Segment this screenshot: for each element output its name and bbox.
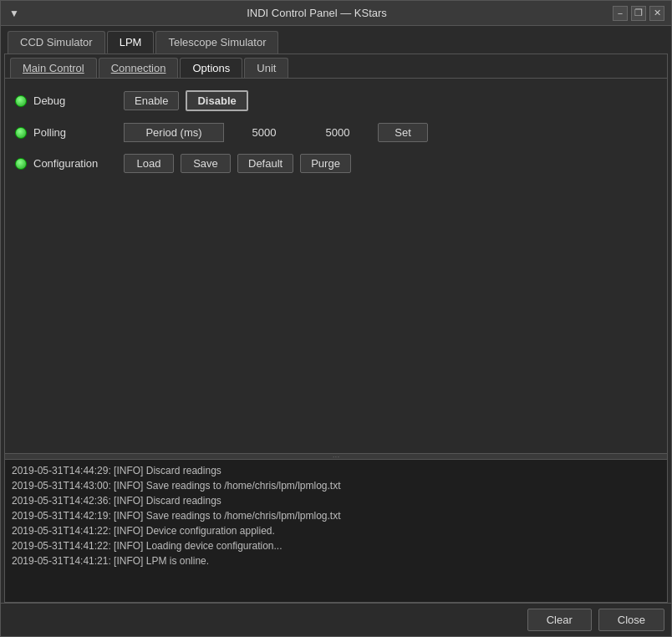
tab-options[interactable]: Options xyxy=(180,58,242,78)
log-line: 2019-05-31T14:41:22: [INFO] Loading devi… xyxy=(12,538,660,553)
content-area: Main Control Connection Options Unit Deb… xyxy=(4,54,668,603)
debug-status-led xyxy=(15,95,27,107)
log-line: 2019-05-31T14:42:36: [INFO] Discard read… xyxy=(12,493,660,508)
options-panel: Debug Enable Disable Polling Period (ms)… xyxy=(5,79,667,453)
tab-ccd-simulator[interactable]: CCD Simulator xyxy=(8,31,105,54)
close-window-button[interactable]: ✕ xyxy=(649,6,664,21)
configuration-label: Configuration xyxy=(33,157,117,170)
polling-value2: 5000 xyxy=(304,124,371,141)
log-line: 2019-05-31T14:42:19: [INFO] Save reading… xyxy=(12,508,660,523)
tab-main-control[interactable]: Main Control xyxy=(10,58,97,78)
debug-disable-button[interactable]: Disable xyxy=(186,90,247,111)
close-button[interactable]: Close xyxy=(598,609,664,631)
clear-button[interactable]: Clear xyxy=(527,609,592,631)
sub-tab-bar: Main Control Connection Options Unit xyxy=(5,54,667,79)
debug-label: Debug xyxy=(33,94,117,107)
window-title: INDI Control Panel — KStars xyxy=(21,7,613,19)
configuration-row: Configuration Load Save Default Purge xyxy=(15,154,657,173)
polling-status-led xyxy=(15,127,27,139)
log-line: 2019-05-31T14:43:00: [INFO] Save reading… xyxy=(12,478,660,493)
config-save-button[interactable]: Save xyxy=(181,154,231,173)
polling-value1: 5000 xyxy=(231,124,298,141)
polling-label: Polling xyxy=(33,126,117,139)
config-purge-button[interactable]: Purge xyxy=(300,154,351,173)
polling-set-button[interactable]: Set xyxy=(378,123,428,142)
bottom-bar: Clear Close xyxy=(1,603,671,636)
log-line: 2019-05-31T14:41:22: [INFO] Device confi… xyxy=(12,523,660,538)
debug-row: Debug Enable Disable xyxy=(15,90,657,111)
top-tab-bar: CCD Simulator LPM Telescope Simulator xyxy=(1,26,671,54)
config-load-button[interactable]: Load xyxy=(124,154,174,173)
log-line: 2019-05-31T14:44:29: [INFO] Discard read… xyxy=(12,463,660,478)
main-window: ▼ INDI Control Panel — KStars − ❐ ✕ CCD … xyxy=(0,0,672,637)
window-controls: − ❐ ✕ xyxy=(613,6,664,21)
tab-connection[interactable]: Connection xyxy=(99,58,179,78)
tab-unit[interactable]: Unit xyxy=(244,58,288,78)
log-line: 2019-05-31T14:41:21: [INFO] LPM is onlin… xyxy=(12,553,660,568)
minimize-button[interactable]: − xyxy=(613,6,628,21)
app-icon: ▼ xyxy=(8,7,21,20)
log-area[interactable]: 2019-05-31T14:44:29: [INFO] Discard read… xyxy=(5,460,667,602)
log-separator[interactable] xyxy=(5,453,667,460)
configuration-status-led xyxy=(15,158,27,170)
restore-button[interactable]: ❐ xyxy=(631,6,646,21)
tab-lpm[interactable]: LPM xyxy=(107,31,155,54)
tab-telescope-simulator[interactable]: Telescope Simulator xyxy=(155,31,278,54)
debug-enable-button[interactable]: Enable xyxy=(124,91,179,110)
config-default-button[interactable]: Default xyxy=(237,154,293,173)
titlebar: ▼ INDI Control Panel — KStars − ❐ ✕ xyxy=(1,1,671,26)
period-label: Period (ms) xyxy=(124,123,224,142)
polling-row: Polling Period (ms) 5000 5000 Set xyxy=(15,123,657,142)
